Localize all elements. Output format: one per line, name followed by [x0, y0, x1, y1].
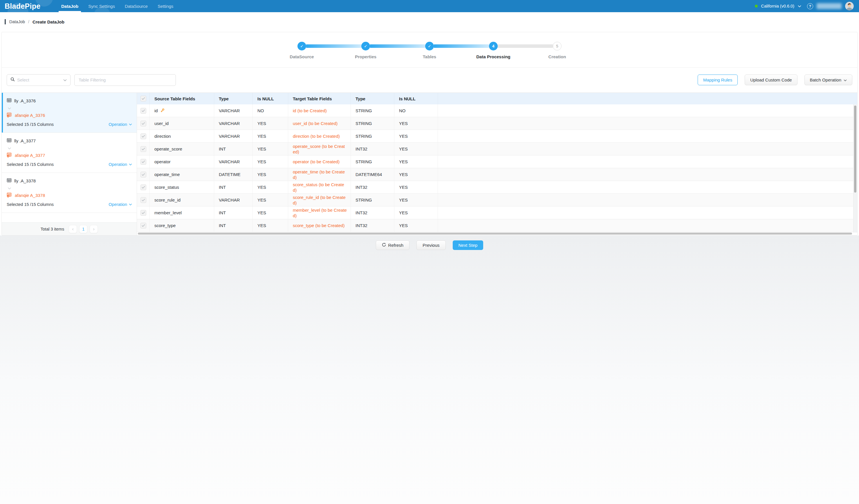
row-checkbox[interactable] [140, 210, 146, 216]
step-label-tables: Tables [397, 54, 430, 59]
row-checkbox[interactable] [140, 133, 146, 139]
source-table-name: lly .A_3377 [14, 138, 36, 143]
select-all-checkbox[interactable] [140, 96, 146, 101]
row-checkbox[interactable] [140, 108, 146, 114]
source-field-name: user_id [154, 121, 169, 126]
target-null-cell: YES [394, 155, 430, 168]
page-title: Create DataJob [32, 19, 64, 25]
stepper-section: ✓✓✓45 DataSourcePropertiesTablesData Pro… [2, 32, 430, 67]
nav-tab-settings[interactable]: Settings [153, 0, 178, 12]
row-checkbox[interactable] [140, 185, 146, 190]
target-null-cell: YES [394, 219, 430, 232]
source-null-cell: YES [253, 206, 288, 219]
source-field-cell: direction [150, 130, 214, 142]
source-field-cell: member_level [150, 206, 214, 219]
table-list-sidebar: lly .A_3376afanqie A_3376Selected 15 /15… [2, 93, 137, 235]
nav-tab-sync-settings[interactable]: Sync Settings [83, 0, 120, 12]
row-checkbox[interactable] [140, 172, 146, 177]
step-label-datasource: DataSource [270, 54, 334, 59]
operation-dropdown[interactable]: Operation [108, 122, 132, 127]
source-null-cell: YES [253, 168, 288, 181]
target-field-cell: direction (to be Created) [288, 130, 351, 142]
row-checkbox[interactable] [140, 121, 146, 126]
app-logo: BladePipe [5, 2, 56, 11]
source-null-cell: YES [253, 194, 288, 206]
select-placeholder: Select [17, 77, 61, 82]
row-checkbox[interactable] [140, 146, 146, 152]
checkbox-cell [137, 194, 150, 206]
target-type-cell: STRING [351, 117, 394, 130]
target-table-icon [7, 192, 12, 198]
source-null-cell: YES [253, 143, 288, 155]
checkbox-cell [137, 143, 150, 155]
target-type-cell: STRING [351, 194, 394, 206]
search-icon [11, 77, 15, 83]
map-direction-chevron-icon[interactable] [7, 106, 132, 111]
table-select-dropdown[interactable]: Select [7, 74, 71, 86]
previous-button[interactable]: Previous [417, 240, 430, 250]
target-null-cell: YES [394, 206, 430, 219]
page-next-button[interactable]: › [90, 225, 98, 233]
checkbox-cell [137, 168, 150, 181]
source-type-cell: VARCHAR [214, 117, 253, 130]
map-direction-chevron-icon[interactable] [7, 145, 132, 151]
target-type-cell: INT32 [351, 143, 394, 155]
table-row: member_levelINTYESmember_level (to be Cr… [137, 206, 430, 219]
source-field-name: direction [154, 134, 171, 139]
table-list-footer: Total 3 items ‹ 1 › [2, 222, 137, 235]
row-checkbox[interactable] [140, 197, 146, 203]
nav-tab-datasource[interactable]: DataSource [120, 0, 153, 12]
target-table-name: afanqie A_3376 [15, 113, 45, 118]
column-header-is-null: Is NULL [253, 93, 288, 105]
source-type-cell: VARCHAR [214, 194, 253, 206]
selected-columns-count: Selected 15 /15 Columns [7, 162, 54, 167]
operation-dropdown[interactable]: Operation [108, 202, 132, 207]
target-type-cell: DATETIME64 [351, 168, 394, 181]
step-connector [306, 44, 361, 48]
table-row: score_rule_idVARCHARYESscore_rule_id (to… [137, 194, 430, 206]
main-card: ✓✓✓45 DataSourcePropertiesTablesData Pro… [1, 32, 430, 235]
column-header-target-table-fields: Target Table Fields [288, 93, 351, 105]
page-prev-button[interactable]: ‹ [69, 225, 77, 233]
source-type-cell: INT [214, 181, 253, 193]
page-number-button[interactable]: 1 [79, 225, 87, 233]
operation-dropdown[interactable]: Operation [108, 162, 132, 167]
target-field-cell: score_type (to be Created) [288, 219, 351, 232]
target-null-cell: YES [394, 194, 430, 206]
source-type-cell: INT [214, 206, 253, 219]
source-type-cell: INT [214, 143, 253, 155]
refresh-button[interactable]: Refresh [376, 240, 410, 250]
source-table-name: lly .A_3376 [14, 98, 36, 103]
primary-key-icon [160, 108, 165, 113]
target-table-name: afanqie A_3378 [15, 193, 45, 198]
breadcrumb-parent[interactable]: DataJob [9, 19, 25, 24]
source-type-cell: VARCHAR [214, 155, 253, 168]
source-table-icon [7, 178, 12, 184]
selected-columns-count: Selected 15 /15 Columns [7, 202, 54, 207]
source-field-name: operate_time [154, 172, 180, 177]
target-field-cell: operator (to be Created) [288, 155, 351, 168]
target-type-cell: INT32 [351, 219, 394, 232]
source-type-cell: INT [214, 219, 253, 232]
table-filter-input[interactable] [74, 74, 176, 86]
table-pair-item[interactable]: lly .A_3377afanqie A_3377Selected 15 /15… [2, 133, 137, 173]
source-field-name: score_type [154, 223, 176, 228]
table-pair-item[interactable]: lly .A_3376afanqie A_3376Selected 15 /15… [2, 93, 137, 133]
source-type-cell: VARCHAR [214, 105, 253, 117]
source-field-cell: user_id [150, 117, 214, 130]
map-direction-chevron-icon[interactable] [7, 186, 132, 191]
source-field-cell: operator [150, 155, 214, 168]
step-label-properties: Properties [334, 54, 397, 59]
stepper-row: ✓✓✓45 [298, 42, 430, 50]
operation-label: Operation [108, 162, 127, 167]
table-row: score_statusINTYESscore_status (to be Cr… [137, 181, 430, 194]
selected-columns-count: Selected 15 /15 Columns [7, 122, 54, 127]
source-null-cell: YES [253, 117, 288, 130]
table-pair-item[interactable]: lly .A_3378afanqie A_3378Selected 15 /15… [2, 173, 137, 213]
nav-tab-datajob[interactable]: DataJob [56, 0, 83, 12]
table-row: directionVARCHARYESdirection (to be Crea… [137, 130, 430, 143]
row-checkbox[interactable] [140, 159, 146, 165]
horizontal-scrollbar[interactable] [138, 233, 430, 235]
row-checkbox[interactable] [140, 223, 146, 229]
checkbox-cell [137, 206, 150, 219]
